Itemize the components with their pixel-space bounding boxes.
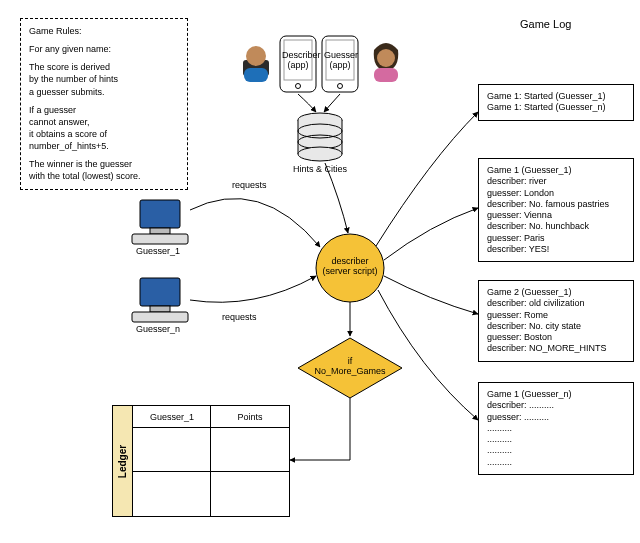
log-line: guesser: London [487, 188, 625, 199]
rules-line: by the number of hints [29, 73, 179, 85]
log-line: Game 1: Started (Guesser_n) [487, 102, 625, 113]
svg-point-3 [377, 49, 395, 67]
describer-app-label: Describer (app) [282, 50, 314, 70]
log-box-3: Game 2 (Guesser_1) describer: old civili… [478, 280, 634, 362]
log-line: describer: river [487, 176, 625, 187]
log-line: .......... [487, 445, 625, 456]
guesser-n-label: Guesser_n [136, 324, 180, 334]
log-line: describer: No. hunchback [487, 221, 625, 232]
rules-line: The winner is the guesser [29, 158, 179, 170]
rules-line: number_of_hints+5. [29, 140, 179, 152]
log-line: guesser: Boston [487, 332, 625, 343]
log-line: guesser: Paris [487, 233, 625, 244]
log-line: describer: YES! [487, 244, 625, 255]
log-line: Game 2 (Guesser_1) [487, 287, 625, 298]
ledger-cell [132, 471, 212, 517]
rules-title: Game Rules: [29, 25, 179, 37]
log-line: .......... [487, 457, 625, 468]
log-line: Game 1 (Guesser_1) [487, 165, 625, 176]
ledger-header-points: Points [210, 405, 290, 429]
svg-rect-2 [244, 68, 268, 82]
log-line: describer: NO_MORE_HINTS [487, 343, 625, 354]
guesser-1-label: Guesser_1 [136, 246, 180, 256]
rules-line: it obtains a score of [29, 128, 179, 140]
svg-rect-4 [374, 68, 398, 82]
log-box-1: Game 1: Started (Guesser_1) Game 1: Star… [478, 84, 634, 121]
guesser-1-computer-icon [132, 200, 188, 244]
svg-point-17 [298, 147, 342, 161]
guesser-avatar-icon [374, 43, 399, 82]
decision-label: if No_More_Games [314, 356, 386, 376]
log-box-2: Game 1 (Guesser_1) describer: river gues… [478, 158, 634, 262]
guesser-n-computer-icon [132, 278, 188, 322]
log-line: .......... [487, 423, 625, 434]
svg-rect-20 [132, 234, 188, 244]
svg-point-1 [246, 46, 266, 66]
log-line: describer: old civilization [487, 298, 625, 309]
log-line: guesser: .......... [487, 412, 625, 423]
ledger-cell [132, 427, 212, 473]
log-line: .......... [487, 434, 625, 445]
ledger-cell [210, 471, 290, 517]
log-line: guesser: Rome [487, 310, 625, 321]
svg-rect-22 [150, 306, 170, 312]
svg-rect-19 [150, 228, 170, 234]
requests-label-2: requests [222, 312, 257, 322]
database-icon [298, 113, 342, 161]
rules-line: a guesser submits. [29, 86, 179, 98]
log-line: describer: No. famous pastries [487, 199, 625, 210]
rules-line: cannot answer, [29, 116, 179, 128]
log-line: Game 1 (Guesser_n) [487, 389, 625, 400]
db-label: Hints & Cities [290, 164, 350, 174]
svg-rect-23 [132, 312, 188, 322]
ledger-header-guesser: Guesser_1 [132, 405, 212, 429]
log-line: describer: .......... [487, 400, 625, 411]
describer-node-label: describer (server script) [318, 256, 382, 276]
requests-label-1: requests [232, 180, 267, 190]
log-line: Game 1: Started (Guesser_1) [487, 91, 625, 102]
describer-avatar-icon [243, 46, 269, 82]
ledger-cell [210, 427, 290, 473]
log-box-4: Game 1 (Guesser_n) describer: ..........… [478, 382, 634, 475]
log-line: describer: No. city state [487, 321, 625, 332]
ledger-label: Ledger [118, 444, 129, 477]
log-line: guesser: Vienna [487, 210, 625, 221]
rules-line: If a guesser [29, 104, 179, 116]
rules-line: with the total (lowest) score. [29, 170, 179, 182]
guesser-app-label: Guesser (app) [324, 50, 356, 70]
svg-rect-21 [140, 278, 180, 306]
svg-rect-18 [140, 200, 180, 228]
ledger-label-box: Ledger [112, 405, 134, 517]
gamelog-title: Game Log [520, 18, 571, 30]
rules-line: For any given name: [29, 43, 179, 55]
rules-line: The score is derived [29, 61, 179, 73]
rules-box: Game Rules: For any given name: The scor… [20, 18, 188, 190]
